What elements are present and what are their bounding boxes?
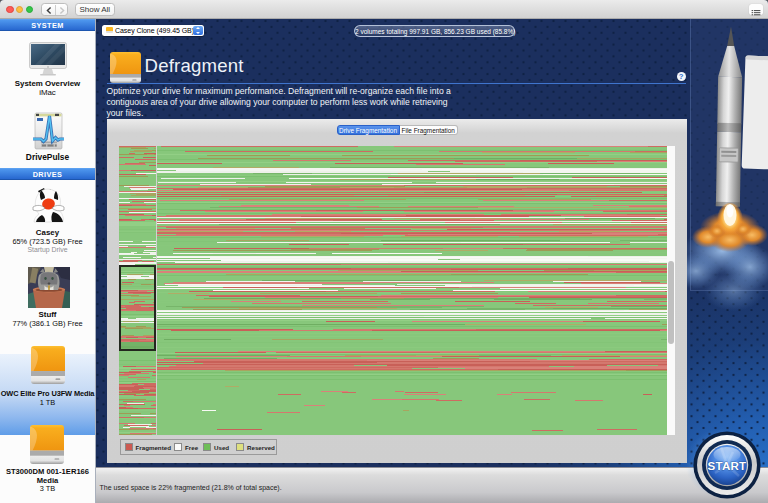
svg-text:START: START [708, 459, 747, 472]
